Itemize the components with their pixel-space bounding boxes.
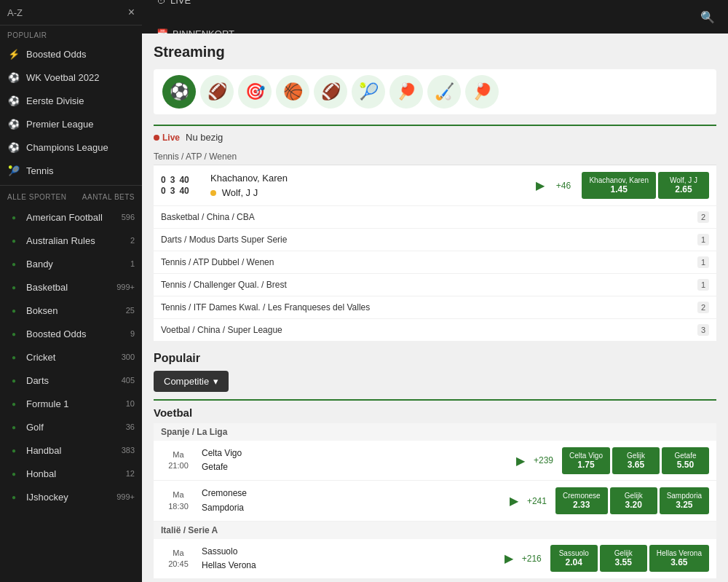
sidebar-popular-item[interactable]: ⚡ Boosted Odds bbox=[0, 42, 142, 66]
live-match-row: 0 3 40 0 3 40 Khachanov, Karen Wolf, J J bbox=[154, 165, 716, 206]
sidebar: A-Z × POPULAIR ⚡ Boosted Odds ⚽ WK Voetb… bbox=[0, 0, 142, 582]
sidebar-sport-label: IJshockey bbox=[26, 492, 111, 503]
three-odds-group: Cremonese2.33Gelijk3.20Sampdoria3.25 bbox=[555, 487, 709, 514]
voetbal-odds-btn[interactable]: Cremonese2.33 bbox=[555, 487, 608, 514]
sidebar-item-label: Tennis bbox=[26, 165, 135, 176]
nav-label: LIVE bbox=[170, 0, 191, 6]
sidebar-sport-label: Basketbal bbox=[26, 282, 111, 293]
page-title: Streaming bbox=[154, 44, 716, 60]
sidebar-sport-count: 300 bbox=[122, 353, 135, 361]
odds-button[interactable]: Khachanov, Karen1.45 bbox=[582, 172, 656, 199]
voetbal-odds-btn[interactable]: Gelijk3.55 bbox=[600, 545, 647, 572]
sidebar-sport-label: Darts bbox=[26, 375, 116, 386]
sidebar-sport-label: Cricket bbox=[26, 352, 116, 363]
search-button[interactable]: 🔍 bbox=[690, 10, 725, 24]
sidebar-sport-count: 36 bbox=[126, 422, 135, 431]
three-odds-group: Celta Vigo1.75Gelijk3.65Getafe5.50 bbox=[562, 447, 709, 474]
team2-name: Hellas Verona bbox=[202, 559, 499, 573]
aantal-bets-label: AANTAL BETS bbox=[82, 193, 135, 201]
odds-team: Getafe bbox=[669, 452, 702, 460]
sidebar-sport-item[interactable]: ● Handbal 383 bbox=[0, 439, 142, 462]
sidebar-sport-item[interactable]: ● Golf 36 bbox=[0, 415, 142, 439]
sport-filter-icon-2[interactable]: 🎯 bbox=[238, 75, 272, 109]
team2-name: Getafe bbox=[202, 460, 510, 474]
stream-icon: ▶ bbox=[516, 454, 525, 468]
simple-match-row[interactable]: Tennis / ATP Dubbel / Wenen 1 bbox=[154, 251, 716, 274]
simple-match-row[interactable]: Basketbal / China / CBA 2 bbox=[154, 206, 716, 229]
sidebar-sport-count: 1 bbox=[130, 259, 135, 268]
voetbal-odds-btn[interactable]: Hellas Verona3.65 bbox=[649, 545, 709, 572]
sidebar-close-button[interactable]: × bbox=[128, 6, 135, 19]
sport-filter-icon-4[interactable]: 🏈 bbox=[314, 75, 347, 109]
sidebar-sport-item[interactable]: ● Basketbal 999+ bbox=[0, 275, 142, 299]
match-count-badge: 1 bbox=[697, 234, 709, 245]
match-teams: Cremonese Sampdoria bbox=[202, 487, 504, 514]
live-dot bbox=[154, 135, 159, 141]
sport-filter-icon-7[interactable]: 🏑 bbox=[427, 75, 461, 109]
sport-icon: ⚽ bbox=[7, 117, 20, 130]
odds-val: 2.04 bbox=[558, 557, 590, 567]
live-label: Live bbox=[162, 133, 180, 143]
sidebar-sport-item[interactable]: ● Bandy 1 bbox=[0, 252, 142, 275]
sport-filter-icon-0[interactable]: ⚽ bbox=[162, 75, 196, 109]
odds-team: Cremonese bbox=[563, 492, 601, 500]
sidebar-sport-count: 405 bbox=[122, 376, 135, 385]
sport-bullet-icon: ● bbox=[7, 444, 20, 457]
sport-bullet-icon: ● bbox=[7, 280, 20, 294]
voetbal-odds-btn[interactable]: Sampdoria3.25 bbox=[660, 487, 709, 514]
sidebar-sport-item[interactable]: ● American Football 596 bbox=[0, 205, 142, 229]
sidebar-sport-item[interactable]: ● Cricket 300 bbox=[0, 345, 142, 369]
sidebar-sport-item[interactable]: ● Boksen 25 bbox=[0, 299, 142, 322]
competitie-button[interactable]: Competitie ▾ bbox=[154, 371, 229, 392]
sidebar-sport-item[interactable]: ● Formule 1 10 bbox=[0, 392, 142, 415]
sidebar-sport-item[interactable]: ● Honbal 12 bbox=[0, 462, 142, 485]
sidebar-sport-item[interactable]: ● Boosted Odds 9 bbox=[0, 322, 142, 345]
stream-icon: ▶ bbox=[536, 178, 545, 192]
match-count-badge: 2 bbox=[697, 302, 709, 313]
sidebar-popular-item[interactable]: ⚽ WK Voetbal 2022 bbox=[0, 66, 142, 89]
voetbal-odds-btn[interactable]: Sassuolo2.04 bbox=[550, 545, 598, 572]
voetbal-odds-btn[interactable]: Celta Vigo1.75 bbox=[562, 447, 610, 474]
odds-val: 3.25 bbox=[667, 500, 702, 510]
sidebar-popular-list: ⚡ Boosted Odds ⚽ WK Voetbal 2022 ⚽ Eerst… bbox=[0, 42, 142, 182]
voetbal-matches-list: Ma21:00 Celta Vigo Getafe ▶ +239 Celta V… bbox=[154, 441, 716, 579]
odds-team: Gelijk bbox=[607, 549, 640, 557]
sport-filter-icon-8[interactable]: 🏓 bbox=[465, 75, 499, 109]
simple-match-row[interactable]: Tennis / ITF Dames Kwal. / Les Franquese… bbox=[154, 296, 716, 319]
odds-button[interactable]: Wolf, J J2.65 bbox=[658, 172, 709, 199]
sport-filter-icon-6[interactable]: 🏓 bbox=[389, 75, 423, 109]
voetbal-odds-btn[interactable]: Getafe5.50 bbox=[662, 447, 709, 474]
sidebar-sport-count: 999+ bbox=[116, 283, 135, 291]
live-badge: Live bbox=[154, 133, 180, 143]
plus-markets: +239 bbox=[531, 455, 556, 465]
voetbal-title: Voetbal bbox=[154, 399, 716, 419]
sidebar-popular-item[interactable]: 🎾 Tennis bbox=[0, 159, 142, 182]
simple-match-row[interactable]: Darts / Modus Darts Super Serie 1 bbox=[154, 229, 716, 251]
voetbal-odds-btn[interactable]: Gelijk3.65 bbox=[612, 447, 660, 474]
main-content: Streaming ⚽🏈🎯🏀🏈🎾🏓🏑🏓 Live Nu bezig Tennis… bbox=[142, 34, 728, 582]
voetbal-match-row: Ma20:45 Sassuolo Hellas Verona ▶ +216 Sa… bbox=[154, 539, 716, 579]
sidebar-popular-item[interactable]: ⚽ Eerste Divisie bbox=[0, 89, 142, 112]
sport-icons-row: ⚽🏈🎯🏀🏈🎾🏓🏑🏓 bbox=[154, 69, 716, 114]
serving-dot bbox=[210, 190, 216, 196]
sidebar-item-label: WK Voetbal 2022 bbox=[26, 72, 135, 83]
sport-bullet-icon: ● bbox=[7, 327, 20, 340]
sidebar-sport-item[interactable]: ● Australian Rules 2 bbox=[0, 229, 142, 252]
sidebar-sport-item[interactable]: ● Darts 405 bbox=[0, 369, 142, 392]
tennis-group-label: Tennis / ATP / Wenen bbox=[154, 147, 716, 165]
sidebar-popular-item[interactable]: ⚽ Premier League bbox=[0, 112, 142, 135]
sidebar-popular-item[interactable]: ⚽ Champions League bbox=[0, 135, 142, 159]
simple-match-row[interactable]: Tennis / Challenger Qual. / Brest 1 bbox=[154, 274, 716, 296]
match-time: Ma21:00 bbox=[161, 449, 196, 472]
sport-filter-icon-5[interactable]: 🎾 bbox=[352, 75, 385, 109]
sport-filter-icon-1[interactable]: 🏈 bbox=[200, 75, 234, 109]
sport-bullet-icon: ● bbox=[7, 211, 20, 224]
voetbal-odds-btn[interactable]: Gelijk3.20 bbox=[610, 487, 657, 514]
sidebar-sport-label: American Football bbox=[26, 212, 116, 223]
sidebar-sport-count: 999+ bbox=[116, 492, 135, 501]
sport-filter-icon-3[interactable]: 🏀 bbox=[276, 75, 309, 109]
sidebar-sport-item[interactable]: ● IJshockey 999+ bbox=[0, 485, 142, 508]
sport-bullet-icon: ● bbox=[7, 234, 20, 247]
simple-match-row[interactable]: Voetbal / China / Super League 3 bbox=[154, 319, 716, 342]
nav-tab-live[interactable]: ⏱LIVE bbox=[145, 0, 202, 17]
